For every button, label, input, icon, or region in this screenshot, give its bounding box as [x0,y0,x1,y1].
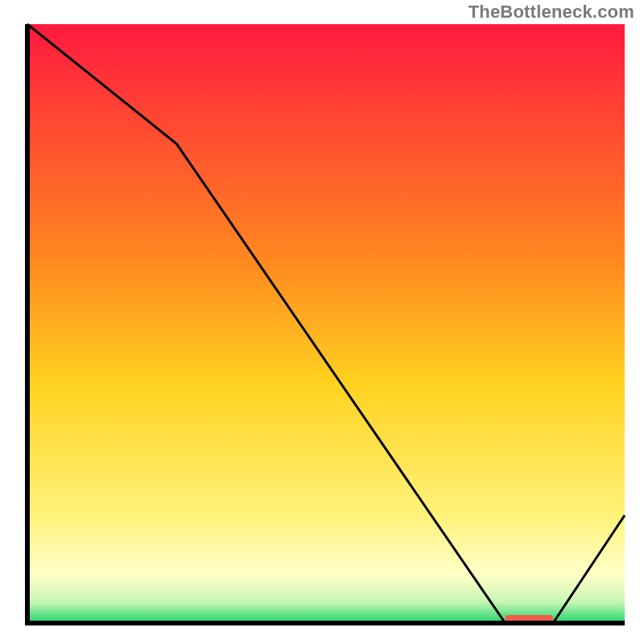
bottleneck-chart: TheBottleneck.com [0,0,644,644]
chart-svg [0,0,644,644]
bottleneck-marker [506,615,553,621]
plot-background [27,24,625,623]
